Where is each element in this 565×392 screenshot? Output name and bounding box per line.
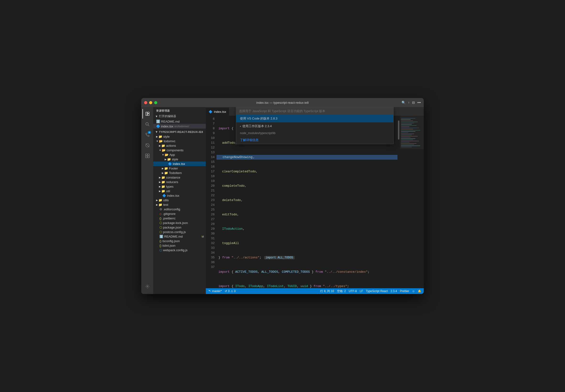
- tree-footer[interactable]: ▶ 📁 Footer: [153, 166, 206, 171]
- tree-todoitem[interactable]: ▶ 📁 TodoItem: [153, 171, 206, 175]
- postcss-label: postcss.config.js: [163, 230, 186, 234]
- activity-search[interactable]: [142, 120, 152, 129]
- folder-footer-label: Footer: [169, 167, 178, 170]
- tree-package[interactable]: ⬡ package.json: [153, 225, 206, 230]
- status-smiley[interactable]: ☺: [412, 290, 415, 293]
- status-ts-version[interactable]: 2.3.4: [390, 290, 397, 293]
- folder-utils-label: utils: [163, 198, 169, 202]
- minimize-button[interactable]: [149, 101, 152, 104]
- share-icon[interactable]: ↑: [408, 101, 410, 104]
- ts-option-vscode[interactable]: 使用 VS Code 的版本 2.8.3: [236, 115, 393, 122]
- tree-todomvc-index[interactable]: 🔷 index.tsx: [153, 193, 206, 198]
- tree-readme[interactable]: ℹ️ README.md M: [153, 234, 206, 239]
- more-icon[interactable]: •••: [417, 101, 421, 104]
- line-14: toggleAll: [217, 241, 398, 246]
- tree-constance[interactable]: ▶ 📁 constance: [153, 175, 206, 180]
- svg-point-5: [146, 133, 147, 135]
- webpack-label: webpack.config.js: [163, 248, 188, 252]
- status-branch[interactable]: master*: [208, 290, 222, 293]
- window-title: index.tsx — typescript-react-redux-ie8: [256, 101, 309, 104]
- activity-extensions[interactable]: [142, 151, 152, 161]
- tree-postcss[interactable]: ⬡ postcss.config.js: [153, 230, 206, 234]
- tree-prettierrc[interactable]: {} .prettierrc: [153, 216, 206, 221]
- folder-components-label: components: [166, 148, 184, 152]
- file-ts-icon: 🔷: [168, 162, 172, 166]
- tab-index-tsx[interactable]: 🔷 index.tsx: [206, 108, 229, 116]
- spaces-label: 空格: 2: [337, 289, 346, 293]
- chevron-footer: ▶: [162, 167, 164, 170]
- svg-rect-11: [146, 156, 147, 158]
- open-editor-readme-name: README.md: [161, 120, 179, 123]
- editorconfig-icon: ⚙: [159, 208, 162, 211]
- status-encoding[interactable]: UTF-8: [349, 290, 357, 293]
- open-editor-readme[interactable]: ℹ️ README.md: [153, 119, 206, 124]
- folder-types-icon: 📁: [161, 185, 165, 188]
- folder-types-label: types: [166, 185, 174, 188]
- tree-style[interactable]: ▶ 📁 style: [153, 134, 206, 139]
- chevron-style: ▶: [156, 135, 158, 138]
- postcss-icon: ⬡: [159, 230, 162, 234]
- tree-tslint[interactable]: {} tslint.json: [153, 243, 206, 248]
- line-numbers: 6 7 8 9 10 11 12 13 14 15 16 17 18 19 20…: [206, 116, 217, 288]
- tree-tsconfig[interactable]: {} tsconfig.json: [153, 239, 206, 243]
- ts-learn-more-link[interactable]: 了解详细信息: [236, 136, 393, 144]
- scrollbar-thumb[interactable]: [398, 120, 399, 140]
- ts-dropdown-search-input[interactable]: [236, 107, 393, 115]
- activity-bar: 4: [141, 107, 153, 294]
- status-eol[interactable]: LF: [360, 290, 363, 293]
- svg-rect-9: [146, 154, 147, 156]
- tree-editorconfig[interactable]: ⚙ .editorconfig: [153, 207, 206, 211]
- tree-app-style[interactable]: ▶ 📁 style: [153, 157, 206, 162]
- tree-package-lock[interactable]: ⬡ package-lock.json: [153, 221, 206, 225]
- folder-footer-icon: 📁: [164, 167, 168, 170]
- open-editors-chevron: ▼: [155, 115, 158, 118]
- open-editor-index[interactable]: 🔷 index.tsx src/todomvc/: [153, 124, 206, 129]
- vscode-option-label: 使用 VS Code 的版本 2.8.3: [240, 116, 277, 121]
- folder-app-style-icon: 📁: [167, 157, 171, 161]
- layout-icon[interactable]: ⊟: [412, 101, 415, 104]
- sync-icon: ↺: [225, 290, 227, 293]
- line-15: } from "../../actions"; import ALL_TODOS: [217, 255, 398, 260]
- folder-util-icon: 📁: [161, 189, 165, 193]
- folder-app-style-label: style: [172, 157, 178, 161]
- status-spaces[interactable]: 空格: 2: [337, 289, 346, 293]
- tree-utils[interactable]: ▶ 📁 utils: [153, 198, 206, 202]
- activity-debug[interactable]: [142, 140, 152, 150]
- tree-gitignore[interactable]: ◇ .gitignore: [153, 211, 206, 216]
- project-section[interactable]: ▼ TYPESCRIPT-REACT-REDUX-IE8: [153, 129, 206, 134]
- activity-settings[interactable]: [142, 281, 152, 291]
- chevron-test: ▶: [156, 203, 158, 206]
- gitignore-icon: ◇: [159, 212, 162, 216]
- chevron-types: ▶: [159, 185, 161, 188]
- open-editors-section[interactable]: ▼ 打开的编辑器: [153, 113, 206, 119]
- status-bell[interactable]: 🔔: [418, 290, 421, 293]
- tree-test[interactable]: ▶ 📁 test: [153, 202, 206, 207]
- search-icon[interactable]: 🔍: [401, 101, 406, 104]
- folder-reducers-label: reducers: [166, 180, 178, 184]
- tree-webpack[interactable]: ⬡ webpack.config.js: [153, 248, 206, 252]
- tree-todomvc[interactable]: ▼ 📂 todomvc: [153, 139, 206, 143]
- status-position[interactable]: 行 8, 列 10: [320, 289, 334, 293]
- activity-source-control[interactable]: 4: [142, 130, 152, 140]
- tsconfig-icon: {}: [159, 239, 162, 243]
- status-sync[interactable]: ↺ 0 ⚠ 0: [225, 290, 236, 293]
- svg-point-3: [146, 123, 148, 125]
- tree-app[interactable]: ▼ 📂 App: [153, 153, 206, 157]
- activity-explorer[interactable]: [142, 109, 152, 119]
- tree-types[interactable]: ▶ 📁 types: [153, 184, 206, 189]
- close-button[interactable]: [144, 101, 147, 104]
- sidebar: 资源管理器 ▼ 打开的编辑器 ℹ️ README.md 🔷 index.tsx …: [153, 107, 206, 294]
- tree-components[interactable]: ▼ 📂 components: [153, 148, 206, 153]
- status-prettier[interactable]: Prettier: [400, 290, 409, 293]
- maximize-button[interactable]: [154, 101, 157, 104]
- tree-actions[interactable]: ▶ 📁 actions: [153, 143, 206, 148]
- scrollbar-vertical[interactable]: [398, 116, 400, 288]
- ts-version-dropdown[interactable]: 使用 VS Code 的版本 2.8.3 • 使用工作区版本 2.3.4 nod…: [236, 107, 394, 144]
- status-language[interactable]: TypeScript React: [366, 290, 388, 293]
- tree-util[interactable]: ▶ 📁 util: [153, 189, 206, 193]
- tree-reducers[interactable]: ▶ 📁 reducers: [153, 180, 206, 184]
- folder-actions-label: actions: [166, 144, 176, 147]
- tree-index-tsx[interactable]: 🔷 index.tsx: [153, 162, 206, 166]
- svg-point-6: [148, 135, 149, 137]
- ts-option-workspace[interactable]: • 使用工作区版本 2.3.4: [236, 122, 393, 130]
